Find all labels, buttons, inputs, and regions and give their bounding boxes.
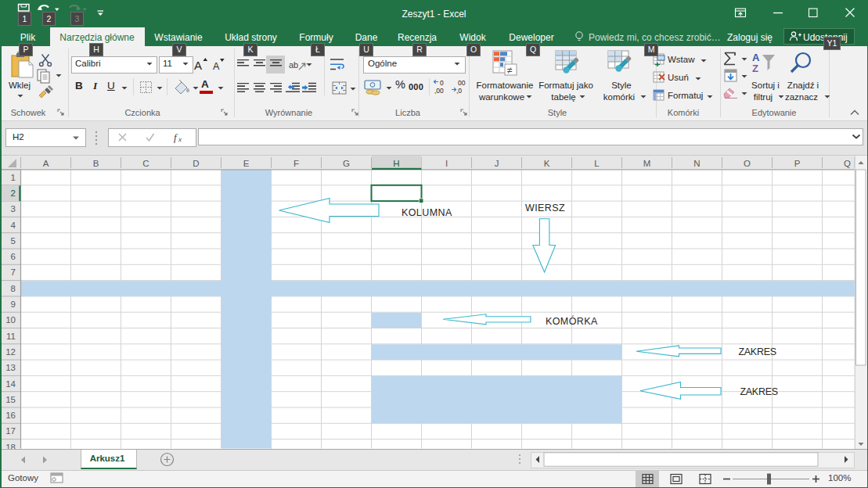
svg-text:ZAKRES: ZAKRES [740,386,778,397]
svg-text:A: A [213,61,220,72]
svg-text:16: 16 [5,411,16,420]
svg-text:5: 5 [11,236,16,246]
svg-text:P: P [794,159,801,168]
svg-text:≠: ≠ [507,65,513,76]
svg-text:B: B [93,159,99,168]
svg-text:11: 11 [6,332,16,341]
svg-text:N: N [693,159,700,168]
svg-text:Z: Z [752,63,758,74]
svg-text:ZAKRES: ZAKRES [739,346,776,357]
svg-text:13: 13 [5,363,16,372]
svg-text:A: A [194,59,202,72]
svg-text:M: M [643,159,651,168]
svg-text:1: 1 [11,173,16,182]
svg-text:J: J [495,159,499,168]
svg-text:6: 6 [11,252,16,261]
svg-text:F: F [294,159,299,168]
svg-text:L: L [594,159,600,168]
svg-text:KOLUMNA: KOLUMNA [402,207,452,218]
svg-text:D: D [193,159,199,168]
svg-text:C: C [142,159,149,168]
svg-text:G: G [343,159,350,168]
svg-text:4: 4 [11,221,16,230]
svg-text:12: 12 [5,347,16,357]
svg-text:2: 2 [11,188,16,198]
svg-text:E: E [243,159,250,168]
svg-text:K: K [544,159,550,168]
svg-text:8: 8 [11,284,16,293]
svg-text:KOMÓRKA: KOMÓRKA [546,315,598,327]
svg-text:17: 17 [5,426,16,436]
svg-text:I: I [445,159,448,168]
svg-text:ab: ab [289,60,298,70]
svg-text:18: 18 [5,443,16,449]
svg-text:Q: Q [844,159,851,168]
svg-text:A: A [752,52,760,63]
svg-text:x: x [178,135,182,143]
svg-text:WIERSZ: WIERSZ [525,203,565,214]
svg-text:14: 14 [5,379,16,389]
svg-text:3: 3 [11,204,16,214]
svg-text:7: 7 [11,267,16,277]
svg-text:9: 9 [11,300,16,309]
svg-text:H: H [393,159,399,168]
svg-text:15: 15 [5,395,16,404]
svg-text:10: 10 [5,315,16,325]
svg-text:A: A [43,159,49,168]
svg-text:O: O [744,159,751,168]
